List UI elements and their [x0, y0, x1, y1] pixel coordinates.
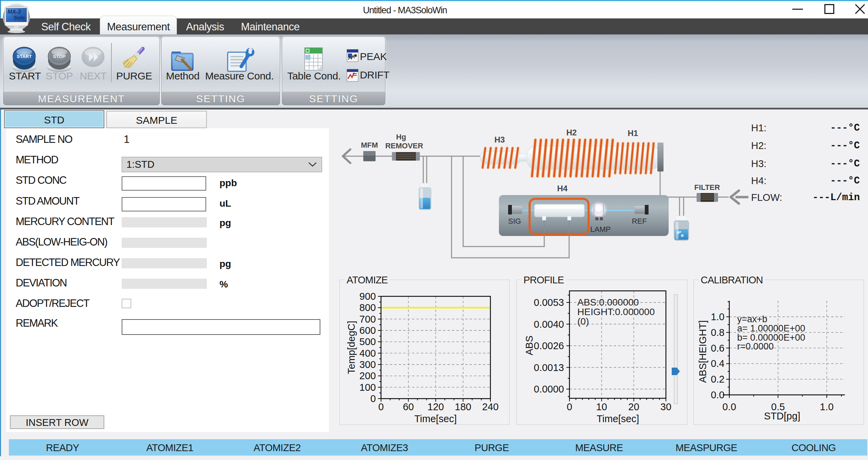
svg-text:H1: H1 [628, 129, 638, 138]
svg-text:LAMP: LAMP [590, 225, 611, 234]
svg-text:Time[sec]: Time[sec] [414, 413, 457, 424]
svg-text:0: 0 [567, 401, 572, 412]
svg-text:H4: H4 [557, 184, 568, 193]
svg-text:Hg: Hg [396, 133, 406, 141]
svg-text:0: 0 [370, 393, 376, 404]
svg-text:120: 120 [427, 401, 444, 412]
svg-text:20: 20 [628, 401, 639, 412]
svg-text:REF: REF [632, 217, 647, 225]
svg-text:STOP: STOP [53, 54, 66, 59]
svg-text:600: 600 [360, 325, 376, 336]
svg-text:0.8: 0.8 [711, 327, 725, 338]
svg-text:10: 10 [596, 401, 607, 412]
svg-text:0.0: 0.0 [722, 401, 736, 412]
svg-text:0.4: 0.4 [711, 358, 725, 369]
svg-text:0.0040: 0.0040 [534, 319, 564, 330]
svg-text:0.0026: 0.0026 [534, 340, 564, 351]
svg-text:Solo: Solo [14, 15, 25, 20]
svg-text:1.0: 1.0 [711, 311, 725, 322]
svg-text:240: 240 [482, 401, 499, 412]
svg-text:STD[pg]: STD[pg] [764, 411, 800, 421]
svg-text:500: 500 [360, 336, 376, 347]
svg-text:400: 400 [360, 348, 376, 359]
svg-text:0: 0 [378, 401, 384, 412]
svg-text:100: 100 [360, 382, 376, 393]
svg-text:ABS: ABS [524, 336, 535, 355]
svg-text:30: 30 [660, 401, 671, 412]
svg-text:900: 900 [360, 291, 376, 302]
svg-text:SIG: SIG [508, 217, 521, 225]
svg-text:Time[sec]: Time[sec] [597, 413, 639, 424]
svg-text:0.6: 0.6 [711, 343, 725, 354]
svg-text:0.0053: 0.0053 [534, 297, 564, 308]
svg-text:800: 800 [360, 302, 376, 313]
svg-text:1.0: 1.0 [820, 401, 834, 412]
svg-text:0.0: 0.0 [711, 389, 725, 400]
svg-text:0.0013: 0.0013 [534, 362, 564, 373]
svg-text:180: 180 [455, 401, 471, 412]
svg-text:H2: H2 [566, 128, 577, 137]
svg-text:r=0.0000: r=0.0000 [737, 341, 774, 352]
svg-text:START: START [17, 54, 32, 59]
svg-text:a= 1.00000E+00: a= 1.00000E+00 [737, 323, 805, 333]
svg-text:700: 700 [360, 314, 376, 325]
svg-text:300: 300 [360, 359, 376, 370]
svg-text:0.2: 0.2 [711, 374, 725, 385]
svg-text:ABS[HEIGHT]: ABS[HEIGHT] [697, 320, 708, 383]
svg-text:60: 60 [403, 401, 414, 412]
svg-text:0.0000: 0.0000 [534, 384, 564, 395]
svg-text:HEIGHT:0.000000: HEIGHT:0.000000 [577, 307, 655, 317]
svg-text:MFM: MFM [361, 141, 378, 149]
svg-text:REMOVER: REMOVER [385, 142, 423, 150]
svg-text:ABS:0.000000: ABS:0.000000 [577, 297, 639, 308]
svg-text:FILTER: FILTER [694, 183, 720, 192]
svg-text:200: 200 [360, 370, 376, 381]
svg-text:MA-3: MA-3 [7, 9, 21, 15]
svg-text:H3: H3 [494, 135, 505, 144]
svg-text:Temp[degC]: Temp[degC] [346, 321, 357, 374]
svg-text:(0): (0) [577, 316, 589, 327]
svg-text:y=ax+b: y=ax+b [737, 314, 767, 324]
